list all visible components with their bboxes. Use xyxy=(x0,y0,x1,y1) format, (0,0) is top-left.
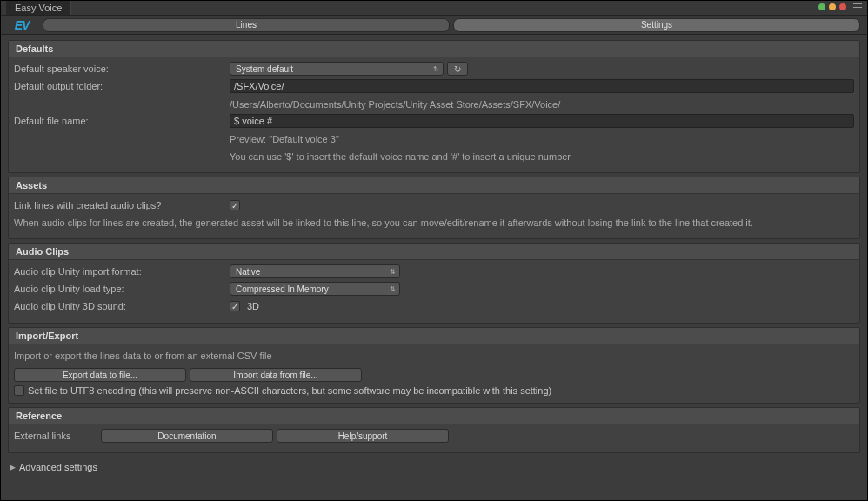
section-header-import-export: Import/Export xyxy=(9,328,859,344)
export-button[interactable]: Export data to file... xyxy=(14,368,186,382)
section-defaults: Defaults Default speaker voice: System d… xyxy=(8,40,860,173)
logo-text: EV xyxy=(15,18,30,32)
audio-3d-text: 3D xyxy=(247,301,259,311)
audio-3d-checkbox[interactable] xyxy=(230,301,240,311)
default-speaker-label: Default speaker voice: xyxy=(14,63,230,74)
documentation-button-label: Documentation xyxy=(157,431,216,441)
default-filename-label: Default file name: xyxy=(14,116,230,126)
window: Easy Voice EV Lines Settings Defaults De… xyxy=(0,0,868,501)
toolbar: EV Lines Settings xyxy=(1,16,867,35)
section-header-assets: Assets xyxy=(9,177,859,194)
logo: EV xyxy=(6,16,37,34)
audio-load-label: Audio clip Unity load type: xyxy=(14,284,230,294)
advanced-settings-toggle[interactable]: ▶ Advanced settings xyxy=(8,457,860,478)
window-title: Easy Voice xyxy=(15,3,62,13)
section-header-defaults: Defaults xyxy=(9,41,859,57)
audio-format-dropdown[interactable]: Native xyxy=(230,264,400,278)
link-lines-label: Link lines with created audio clips? xyxy=(14,200,230,210)
export-button-label: Export data to file... xyxy=(63,371,137,380)
help-button[interactable]: Help/support xyxy=(277,429,449,443)
default-speaker-dropdown[interactable]: System default xyxy=(230,62,444,76)
close-icon[interactable] xyxy=(839,3,846,10)
link-lines-checkbox[interactable] xyxy=(230,200,240,210)
section-audio-clips: Audio Clips Audio clip Unity import form… xyxy=(8,243,860,324)
default-filename-input[interactable] xyxy=(230,114,854,128)
tab-bar: Lines Settings xyxy=(37,16,867,34)
tab-settings-label: Settings xyxy=(641,20,672,30)
audio-3d-label: Audio clip Unity 3D sound: xyxy=(14,301,230,311)
window-controls xyxy=(818,3,862,10)
section-reference: Reference External links Documentation H… xyxy=(8,407,860,453)
window-title-tab[interactable]: Easy Voice xyxy=(6,1,71,15)
filename-preview: Preview: "Default voice 3" xyxy=(230,130,854,148)
documentation-button[interactable]: Documentation xyxy=(101,429,273,443)
maximize-icon[interactable] xyxy=(829,3,836,10)
titlebar: Easy Voice xyxy=(1,1,867,16)
help-button-label: Help/support xyxy=(338,431,388,441)
section-header-reference: Reference xyxy=(9,408,859,424)
section-header-audio-clips: Audio Clips xyxy=(9,244,859,260)
filename-hint: You can use '$' to insert the default vo… xyxy=(230,148,854,165)
section-assets: Assets Link lines with created audio cli… xyxy=(8,177,860,239)
utf8-checkbox[interactable] xyxy=(14,385,24,396)
external-links-label: External links xyxy=(14,431,101,441)
tab-settings[interactable]: Settings xyxy=(453,18,860,32)
section-import-export: Import/Export Import or export the lines… xyxy=(8,327,860,404)
tab-lines-label: Lines xyxy=(236,20,257,30)
default-speaker-value: System default xyxy=(236,64,293,74)
audio-format-label: Audio clip Unity import format: xyxy=(14,266,230,277)
audio-load-dropdown[interactable]: Compressed In Memory xyxy=(230,282,400,296)
tab-lines[interactable]: Lines xyxy=(43,18,450,32)
utf8-label: Set file to UTF8 encoding (this will pre… xyxy=(28,385,551,396)
advanced-settings-label: Advanced settings xyxy=(19,462,97,472)
minimize-icon[interactable] xyxy=(818,3,825,10)
audio-load-value: Compressed In Memory xyxy=(236,284,329,294)
audio-format-value: Native xyxy=(236,267,260,277)
refresh-icon[interactable]: ↻ xyxy=(447,62,468,76)
import-button[interactable]: Import data from file... xyxy=(190,368,362,382)
content: Defaults Default speaker voice: System d… xyxy=(1,35,867,500)
default-folder-input[interactable] xyxy=(230,79,854,93)
link-lines-desc: When audio clips for lines are created, … xyxy=(14,215,854,231)
import-button-label: Import data from file... xyxy=(233,371,317,380)
default-folder-label: Default output folder: xyxy=(14,81,230,91)
import-export-desc: Import or export the lines data to or fr… xyxy=(14,348,854,364)
menu-icon[interactable] xyxy=(853,3,862,10)
chevron-right-icon: ▶ xyxy=(10,463,16,471)
default-folder-resolved: /Users/Alberto/Documents/Unity Projects/… xyxy=(230,96,854,113)
